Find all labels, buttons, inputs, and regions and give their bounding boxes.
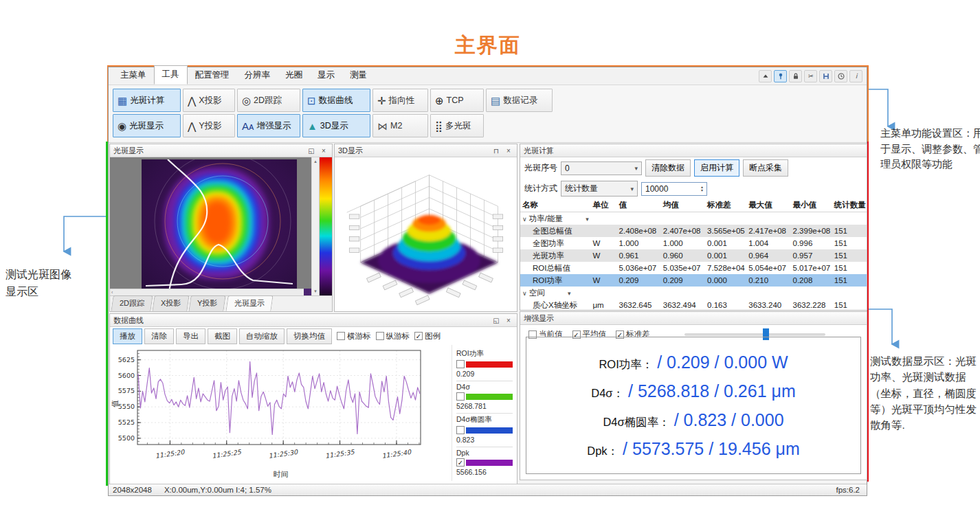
popout-icon[interactable]: ◱ xyxy=(307,147,316,155)
toolbar-button-spot-display[interactable]: ◉光斑显示 xyxy=(113,114,181,137)
curve-button-0[interactable]: 播放 xyxy=(113,328,142,344)
calc-button-1[interactable]: 启用计算 xyxy=(694,159,739,177)
toolbar-button-m2[interactable]: ⋈M2 xyxy=(372,114,428,137)
curve-button-3[interactable]: 截图 xyxy=(208,328,237,344)
annotation-menu-text: 主菜单功能设置区：用于显示、调整参数、管理员权限等功能 xyxy=(880,126,980,172)
scissors-icon[interactable]: ✂ xyxy=(804,70,817,82)
stat-count-spinner[interactable]: 10000 ▴▾ xyxy=(641,182,707,196)
menu-item-3[interactable]: 分辨率 xyxy=(237,67,278,85)
metric-line-2: D4σ椭圆率：/ 0.823 / 0.000 xyxy=(603,410,783,430)
toolbar-button-tcp[interactable]: ⊕TCP xyxy=(430,89,484,112)
curve-chart[interactable]: 值 55005525555055755600562511:25:2011:25:… xyxy=(110,345,452,481)
table-header-0[interactable]: 名称 xyxy=(520,199,590,212)
tab-0[interactable]: 2D跟踪 xyxy=(111,295,153,311)
menu-item-0[interactable]: 主菜单 xyxy=(113,67,154,85)
font-size-slider[interactable] xyxy=(684,333,825,336)
metric-value: / 5268.818 / 0.261 μm xyxy=(628,381,796,401)
curve-checkbox-1[interactable]: 纵游标 xyxy=(376,331,410,341)
menu-item-6[interactable]: 测量 xyxy=(342,67,375,85)
table-row[interactable]: 质心X轴坐标μm3632.6453632.4940.1633633.240363… xyxy=(520,299,867,311)
table-row[interactable]: 全图功率W1.0001.0000.0011.0040.996151 xyxy=(520,237,867,249)
pin-icon[interactable]: ⊓ xyxy=(491,147,501,155)
panel-enhanced-display: 增强显示 当前值✓平均值✓标准差 ROI功率：/ 0.209 / 0.000 W… xyxy=(520,311,867,480)
menu-item-4[interactable]: 光圈 xyxy=(278,67,310,85)
surface-plot-3d[interactable] xyxy=(335,157,517,311)
table-cell: 1.000 xyxy=(661,237,705,249)
toolbar-button-track-2d[interactable]: ◎2D跟踪 xyxy=(237,89,300,112)
table-header-3[interactable]: 均值 xyxy=(661,199,705,212)
spot-seq-select[interactable]: 0▾ xyxy=(561,161,642,175)
legend-checkbox[interactable] xyxy=(456,360,465,368)
calc-button-2[interactable]: 断点采集 xyxy=(743,159,788,177)
tab-3[interactable]: 光斑显示 xyxy=(225,295,273,311)
legend-checkbox[interactable] xyxy=(456,426,465,434)
table-header-7[interactable]: 统计数量 xyxy=(832,199,867,212)
close-icon[interactable]: × xyxy=(504,317,513,324)
enhanced-values-box: ROI功率：/ 0.209 / 0.000 WD4σ：/ 5268.818 / … xyxy=(526,337,861,474)
table-header-row: 名称单位值均值标准差最大值最小值统计数量 xyxy=(520,199,867,212)
legend-checkbox[interactable]: ✓ xyxy=(456,458,465,467)
table-group-0[interactable]: ∨ 功率/能量 ▾ xyxy=(520,212,867,225)
table-row[interactable]: 光斑功率W0.9610.9600.0010.9640.957151 xyxy=(520,249,867,262)
beam-image-viewport[interactable]: ‹› xyxy=(110,157,311,295)
curve-checkbox-2[interactable]: ✓图例 xyxy=(414,331,441,341)
toolbar-button-data-curve[interactable]: ⊡数据曲线 xyxy=(302,89,370,112)
toolbar-button-enhance-display[interactable]: Aᴀ增强显示 xyxy=(237,114,300,137)
legend-checkbox[interactable] xyxy=(456,392,465,401)
menu-item-1[interactable]: 工具 xyxy=(154,65,188,85)
clock-icon[interactable] xyxy=(834,70,847,82)
save-icon[interactable] xyxy=(819,70,832,82)
table-group-1[interactable]: ∨ 空间 ▾ xyxy=(520,287,867,299)
table-row[interactable]: ROI功率W0.2090.2090.0000.2100.208151 xyxy=(520,274,867,287)
table-row[interactable]: ROI总幅值5.036e+075.035e+077.528e+045.054e+… xyxy=(520,262,867,274)
stat-mode-select[interactable]: 统计数量▾ xyxy=(561,181,638,197)
y-axis-label: 值 xyxy=(110,400,120,407)
toolbar-button-spot-calc[interactable]: ▦光斑计算 xyxy=(113,89,181,112)
spot-icon: ◉ xyxy=(118,121,126,131)
toolbar-button-proj-y[interactable]: ⋀Y投影 xyxy=(183,114,235,137)
toolbar-button-multi-spot[interactable]: ⣿多光斑 xyxy=(430,114,484,137)
calc-button-0[interactable]: 清除数据 xyxy=(645,159,691,177)
toolbar-button-display-3d[interactable]: ▲3D显示 xyxy=(302,114,370,137)
pin-icon[interactable] xyxy=(774,70,787,82)
table-header-4[interactable]: 标准差 xyxy=(705,199,746,212)
panel-enhanced-header: 增强显示 xyxy=(520,312,867,325)
info-icon[interactable]: i xyxy=(849,70,862,82)
toolbar-button-label: 光斑计算 xyxy=(130,95,164,106)
svg-text:5600: 5600 xyxy=(118,372,135,379)
panel-3d-title: 3D显示 xyxy=(338,146,363,156)
vertical-scrollbar[interactable]: ▴▾ xyxy=(311,157,319,295)
curve-button-4[interactable]: 自动缩放 xyxy=(239,328,285,344)
horizontal-scrollbar[interactable]: ‹› xyxy=(110,289,311,295)
collapse-arrow-icon[interactable] xyxy=(759,70,772,82)
table-cell xyxy=(590,262,616,274)
table-cell: 2.417e+08 xyxy=(746,225,790,237)
table-header-1[interactable]: 单位 xyxy=(590,199,616,212)
table-row[interactable]: 全图总幅值2.408e+082.407e+083.565e+052.417e+0… xyxy=(520,225,867,237)
menu-item-2[interactable]: 配置管理 xyxy=(188,67,237,85)
svg-text:11:25:25: 11:25:25 xyxy=(212,448,243,460)
curve-button-1[interactable]: 清除 xyxy=(144,328,174,344)
tab-label: X投影 xyxy=(161,298,181,309)
table-header-6[interactable]: 最小值 xyxy=(791,199,832,212)
menu-item-5[interactable]: 显示 xyxy=(310,67,342,85)
curve-button-2[interactable]: 导出 xyxy=(176,328,205,344)
tab-2[interactable]: Y投影 xyxy=(189,295,227,311)
toolbar-button-data-record[interactable]: ▤数据记录 xyxy=(486,89,553,112)
close-icon[interactable]: × xyxy=(504,147,513,155)
tab-1[interactable]: X投影 xyxy=(152,295,190,311)
lock-icon[interactable] xyxy=(789,70,802,82)
curve-button-5[interactable]: 切换均值 xyxy=(287,328,332,344)
curve-checkbox-0[interactable]: 横游标 xyxy=(337,331,371,341)
maximize-icon[interactable]: ◱ xyxy=(491,317,501,324)
page-title: 主界面 xyxy=(108,32,868,60)
profile-x-icon: ⋀ xyxy=(188,96,196,106)
window-icons: ✂i xyxy=(759,70,862,85)
close-icon[interactable]: × xyxy=(319,147,328,155)
legend-bar-row xyxy=(456,392,513,401)
metric-line-3: Dpk：/ 5573.575 / 19.456 μm xyxy=(587,439,800,459)
toolbar-button-proj-x[interactable]: ⋀X投影 xyxy=(183,89,235,112)
table-header-2[interactable]: 值 xyxy=(617,199,661,212)
toolbar-button-pointing[interactable]: ✛指向性 xyxy=(372,89,428,112)
table-header-5[interactable]: 最大值 xyxy=(746,199,790,212)
